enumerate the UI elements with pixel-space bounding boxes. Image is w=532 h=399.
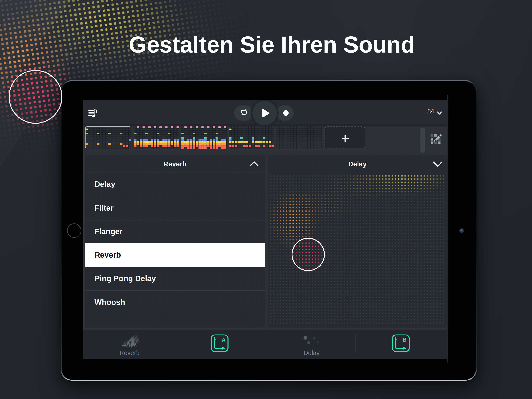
svg-text:A: A (222, 337, 226, 343)
svg-text:B: B (403, 337, 407, 343)
